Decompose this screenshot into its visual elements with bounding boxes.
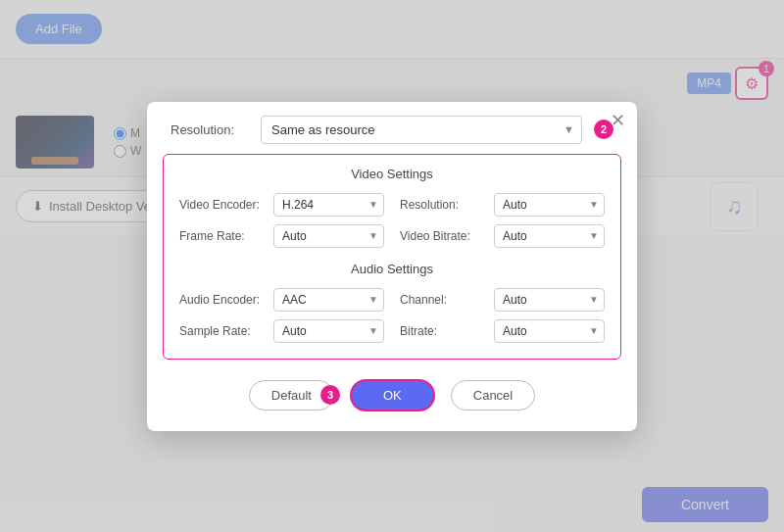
frame-rate-label: Frame Rate:: [179, 229, 268, 243]
app-background: Add File MP4 ⚙ 1 M W: [0, 0, 784, 532]
frame-rate-dropdown[interactable]: Auto: [273, 224, 384, 248]
modal-footer: Default 3 OK Cancel: [147, 379, 637, 411]
video-encoder-dropdown[interactable]: H.264: [273, 193, 384, 217]
sample-rate-row: Sample Rate: Auto ▼: [179, 319, 384, 343]
channel-wrapper: Auto ▼: [494, 288, 605, 312]
audio-encoder-label: Audio Encoder:: [179, 293, 268, 307]
video-bitrate-dropdown[interactable]: Auto: [494, 224, 605, 248]
resolution-dropdown[interactable]: Same as resource: [261, 116, 582, 144]
resolution-setting-dropdown[interactable]: Auto: [494, 193, 605, 217]
channel-label: Channel:: [400, 293, 488, 307]
resolution-field-label: Resolution:: [171, 122, 249, 137]
video-encoder-select-wrapper: H.264 ▼: [273, 193, 384, 217]
resolution-setting-wrapper: Auto ▼: [494, 193, 605, 217]
bitrate-wrapper: Auto ▼: [494, 319, 605, 343]
channel-row: Channel: Auto ▼: [400, 288, 605, 312]
audio-settings-title: Audio Settings: [179, 262, 605, 276]
resolution-setting-row: Resolution: Auto ▼: [400, 193, 605, 217]
cancel-button[interactable]: Cancel: [451, 380, 535, 411]
audio-encoder-dropdown[interactable]: AAC: [273, 288, 384, 312]
step3-number: 3: [320, 385, 340, 405]
bitrate-dropdown[interactable]: Auto: [494, 319, 605, 343]
video-bitrate-label: Video Bitrate:: [400, 229, 488, 243]
modal-overlay: ✕ Resolution: Same as resource ▼ 2 Video…: [0, 0, 784, 532]
video-bitrate-wrapper: Auto ▼: [494, 224, 605, 248]
channel-dropdown[interactable]: Auto: [494, 288, 605, 312]
resolution-setting-label: Resolution:: [400, 198, 488, 212]
ok-wrapper: 3 OK: [350, 379, 435, 411]
audio-encoder-wrapper: AAC ▼: [273, 288, 384, 312]
video-bitrate-row: Video Bitrate: Auto ▼: [400, 224, 605, 248]
video-settings-title: Video Settings: [179, 167, 605, 181]
bitrate-label: Bitrate:: [400, 324, 488, 338]
video-encoder-row: Video Encoder: H.264 ▼: [179, 193, 384, 217]
resolution-select-wrapper: Same as resource ▼: [261, 116, 582, 144]
sample-rate-dropdown[interactable]: Auto: [273, 319, 384, 343]
settings-modal: ✕ Resolution: Same as resource ▼ 2 Video…: [147, 102, 637, 431]
frame-rate-row: Frame Rate: Auto ▼: [179, 224, 384, 248]
video-encoder-label: Video Encoder:: [179, 198, 268, 212]
audio-encoder-row: Audio Encoder: AAC ▼: [179, 288, 384, 312]
resolution-row: Resolution: Same as resource ▼ 2: [147, 102, 637, 154]
modal-close-button[interactable]: ✕: [611, 112, 625, 129]
sample-rate-label: Sample Rate:: [179, 324, 268, 338]
bitrate-row: Bitrate: Auto ▼: [400, 319, 605, 343]
video-settings-grid: Video Encoder: H.264 ▼ Resolution:: [179, 193, 605, 343]
frame-rate-select-wrapper: Auto ▼: [273, 224, 384, 248]
settings-box: Video Settings Video Encoder: H.264 ▼: [163, 154, 621, 360]
ok-button[interactable]: OK: [350, 379, 435, 411]
sample-rate-wrapper: Auto ▼: [273, 319, 384, 343]
